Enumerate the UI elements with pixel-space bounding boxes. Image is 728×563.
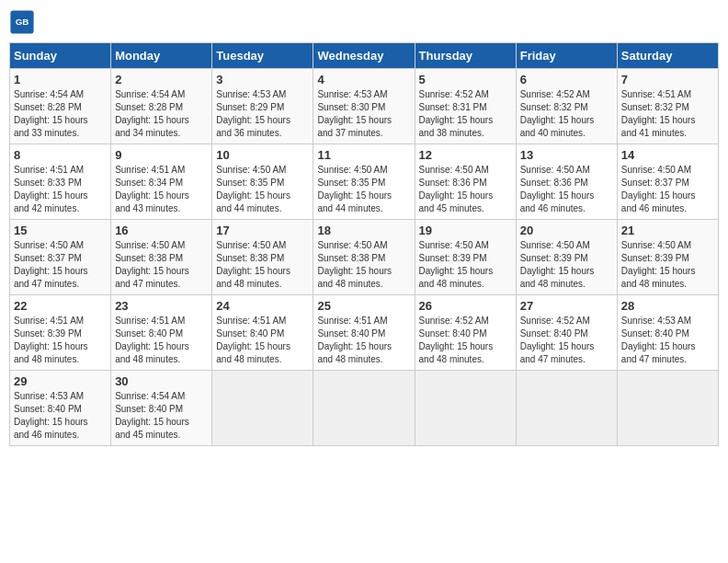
calendar-cell: 19Sunrise: 4:50 AM Sunset: 8:39 PM Dayli…	[415, 220, 516, 295]
day-header-saturday: Saturday	[617, 43, 718, 69]
day-info: Sunrise: 4:51 AM Sunset: 8:33 PM Dayligh…	[14, 164, 107, 215]
day-number: 29	[14, 374, 107, 388]
calendar-cell: 15Sunrise: 4:50 AM Sunset: 8:37 PM Dayli…	[10, 220, 111, 295]
calendar-cell: 17Sunrise: 4:50 AM Sunset: 8:38 PM Dayli…	[212, 220, 313, 295]
calendar-cell	[415, 371, 516, 446]
day-number: 15	[14, 224, 107, 237]
day-info: Sunrise: 4:51 AM Sunset: 8:40 PM Dayligh…	[317, 315, 410, 366]
day-info: Sunrise: 4:53 AM Sunset: 8:40 PM Dayligh…	[621, 315, 714, 366]
day-number: 1	[14, 73, 107, 86]
day-number: 11	[317, 148, 410, 162]
day-number: 28	[621, 299, 714, 313]
day-header-thursday: Thursday	[415, 43, 516, 69]
day-info: Sunrise: 4:50 AM Sunset: 8:36 PM Dayligh…	[419, 164, 512, 215]
day-number: 14	[621, 148, 714, 162]
day-info: Sunrise: 4:50 AM Sunset: 8:37 PM Dayligh…	[14, 239, 107, 291]
calendar-cell: 20Sunrise: 4:50 AM Sunset: 8:39 PM Dayli…	[516, 220, 617, 295]
day-info: Sunrise: 4:51 AM Sunset: 8:39 PM Dayligh…	[14, 315, 107, 366]
day-number: 25	[317, 299, 410, 313]
day-number: 3	[216, 73, 309, 86]
calendar-cell: 29Sunrise: 4:53 AM Sunset: 8:40 PM Dayli…	[10, 371, 111, 446]
day-number: 7	[621, 73, 714, 86]
day-number: 17	[216, 224, 309, 237]
day-number: 6	[520, 73, 613, 86]
day-number: 12	[419, 148, 512, 162]
day-number: 20	[520, 224, 613, 237]
logo-icon: GB	[9, 9, 35, 35]
calendar-cell	[313, 371, 415, 446]
day-number: 9	[115, 148, 208, 162]
day-number: 16	[115, 224, 208, 237]
day-number: 26	[419, 299, 512, 313]
day-number: 23	[115, 299, 208, 313]
calendar-cell: 18Sunrise: 4:50 AM Sunset: 8:38 PM Dayli…	[313, 220, 415, 295]
calendar-cell: 14Sunrise: 4:50 AM Sunset: 8:37 PM Dayli…	[617, 144, 718, 220]
calendar-table: SundayMondayTuesdayWednesdayThursdayFrid…	[9, 42, 719, 446]
calendar-cell: 28Sunrise: 4:53 AM Sunset: 8:40 PM Dayli…	[617, 295, 718, 371]
day-number: 5	[419, 73, 512, 86]
calendar-cell: 1Sunrise: 4:54 AM Sunset: 8:28 PM Daylig…	[10, 69, 111, 144]
day-header-sunday: Sunday	[10, 43, 111, 69]
calendar-cell	[516, 371, 617, 446]
day-info: Sunrise: 4:50 AM Sunset: 8:36 PM Dayligh…	[520, 164, 613, 215]
calendar-cell: 27Sunrise: 4:52 AM Sunset: 8:40 PM Dayli…	[516, 295, 617, 371]
calendar-cell: 9Sunrise: 4:51 AM Sunset: 8:34 PM Daylig…	[111, 144, 212, 220]
day-info: Sunrise: 4:50 AM Sunset: 8:38 PM Dayligh…	[216, 239, 309, 291]
day-number: 8	[14, 148, 107, 162]
day-header-wednesday: Wednesday	[313, 43, 415, 69]
day-header-monday: Monday	[111, 43, 212, 69]
calendar-cell: 12Sunrise: 4:50 AM Sunset: 8:36 PM Dayli…	[415, 144, 516, 220]
day-info: Sunrise: 4:53 AM Sunset: 8:29 PM Dayligh…	[216, 88, 309, 140]
day-info: Sunrise: 4:54 AM Sunset: 8:28 PM Dayligh…	[14, 88, 107, 140]
calendar-week-row: 29Sunrise: 4:53 AM Sunset: 8:40 PM Dayli…	[10, 371, 719, 446]
calendar-cell: 23Sunrise: 4:51 AM Sunset: 8:40 PM Dayli…	[111, 295, 212, 371]
calendar-cell: 10Sunrise: 4:50 AM Sunset: 8:35 PM Dayli…	[212, 144, 313, 220]
day-info: Sunrise: 4:54 AM Sunset: 8:40 PM Dayligh…	[115, 390, 208, 442]
logo: GB	[9, 9, 39, 35]
day-number: 22	[14, 299, 107, 313]
calendar-cell: 11Sunrise: 4:50 AM Sunset: 8:35 PM Dayli…	[313, 144, 415, 220]
calendar-cell	[617, 371, 718, 446]
calendar-week-row: 15Sunrise: 4:50 AM Sunset: 8:37 PM Dayli…	[10, 220, 719, 295]
day-number: 18	[317, 224, 410, 237]
day-number: 19	[419, 224, 512, 237]
calendar-header-row: SundayMondayTuesdayWednesdayThursdayFrid…	[10, 43, 719, 69]
day-info: Sunrise: 4:50 AM Sunset: 8:35 PM Dayligh…	[216, 164, 309, 215]
calendar-cell: 24Sunrise: 4:51 AM Sunset: 8:40 PM Dayli…	[212, 295, 313, 371]
calendar-cell: 5Sunrise: 4:52 AM Sunset: 8:31 PM Daylig…	[415, 69, 516, 144]
day-header-tuesday: Tuesday	[212, 43, 313, 69]
calendar-week-row: 1Sunrise: 4:54 AM Sunset: 8:28 PM Daylig…	[10, 69, 719, 144]
day-number: 21	[621, 224, 714, 237]
day-info: Sunrise: 4:53 AM Sunset: 8:30 PM Dayligh…	[317, 88, 410, 140]
day-info: Sunrise: 4:50 AM Sunset: 8:38 PM Dayligh…	[115, 239, 208, 291]
day-info: Sunrise: 4:50 AM Sunset: 8:39 PM Dayligh…	[419, 239, 512, 291]
page-header: GB	[9, 9, 719, 35]
day-info: Sunrise: 4:52 AM Sunset: 8:32 PM Dayligh…	[520, 88, 613, 140]
calendar-week-row: 8Sunrise: 4:51 AM Sunset: 8:33 PM Daylig…	[10, 144, 719, 220]
svg-text:GB: GB	[16, 17, 29, 27]
day-info: Sunrise: 4:50 AM Sunset: 8:39 PM Dayligh…	[520, 239, 613, 291]
day-number: 27	[520, 299, 613, 313]
day-info: Sunrise: 4:52 AM Sunset: 8:40 PM Dayligh…	[520, 315, 613, 366]
day-number: 4	[317, 73, 410, 86]
day-info: Sunrise: 4:52 AM Sunset: 8:31 PM Dayligh…	[419, 88, 512, 140]
day-info: Sunrise: 4:50 AM Sunset: 8:37 PM Dayligh…	[621, 164, 714, 215]
day-info: Sunrise: 4:53 AM Sunset: 8:40 PM Dayligh…	[14, 390, 107, 442]
calendar-cell: 21Sunrise: 4:50 AM Sunset: 8:39 PM Dayli…	[617, 220, 718, 295]
day-info: Sunrise: 4:51 AM Sunset: 8:34 PM Dayligh…	[115, 164, 208, 215]
day-number: 24	[216, 299, 309, 313]
day-number: 13	[520, 148, 613, 162]
day-info: Sunrise: 4:50 AM Sunset: 8:35 PM Dayligh…	[317, 164, 410, 215]
day-header-friday: Friday	[516, 43, 617, 69]
day-info: Sunrise: 4:50 AM Sunset: 8:39 PM Dayligh…	[621, 239, 714, 291]
day-info: Sunrise: 4:51 AM Sunset: 8:40 PM Dayligh…	[216, 315, 309, 366]
calendar-cell: 30Sunrise: 4:54 AM Sunset: 8:40 PM Dayli…	[111, 371, 212, 446]
day-number: 10	[216, 148, 309, 162]
calendar-cell: 25Sunrise: 4:51 AM Sunset: 8:40 PM Dayli…	[313, 295, 415, 371]
day-info: Sunrise: 4:52 AM Sunset: 8:40 PM Dayligh…	[419, 315, 512, 366]
calendar-cell: 13Sunrise: 4:50 AM Sunset: 8:36 PM Dayli…	[516, 144, 617, 220]
calendar-week-row: 22Sunrise: 4:51 AM Sunset: 8:39 PM Dayli…	[10, 295, 719, 371]
calendar-cell: 16Sunrise: 4:50 AM Sunset: 8:38 PM Dayli…	[111, 220, 212, 295]
day-info: Sunrise: 4:51 AM Sunset: 8:32 PM Dayligh…	[621, 88, 714, 140]
calendar-cell: 26Sunrise: 4:52 AM Sunset: 8:40 PM Dayli…	[415, 295, 516, 371]
